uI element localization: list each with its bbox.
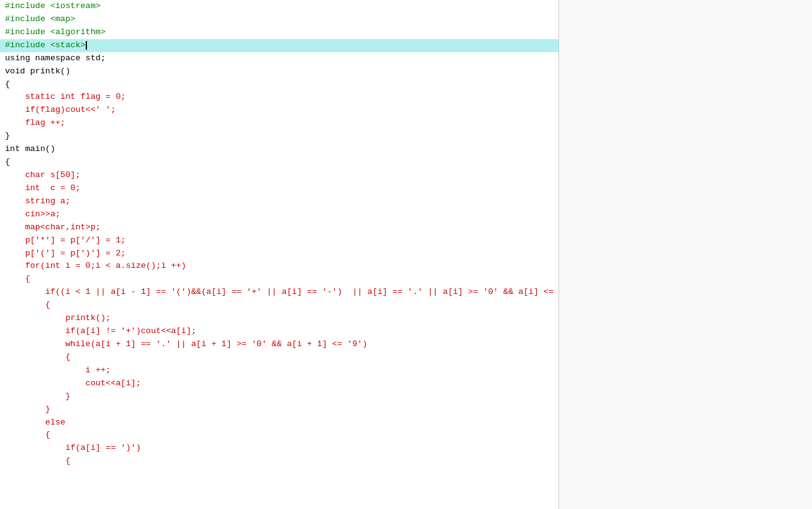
code-line-10: flag ++; xyxy=(0,117,559,130)
code-line-8: static int flag = 0; xyxy=(0,91,559,104)
code-line-13: { xyxy=(0,156,559,169)
code-line-9: if(flag)cout<<' '; xyxy=(0,104,559,117)
right-panel xyxy=(559,0,812,509)
code-line-7: { xyxy=(0,78,559,91)
code-line-22: { xyxy=(0,273,559,286)
code-line-15: int c = 0; xyxy=(0,182,559,195)
code-line-1: #include <iostream> xyxy=(0,0,559,13)
code-line-30: cout<<a[i]; xyxy=(0,377,559,390)
code-line-12: int main() xyxy=(0,143,559,156)
code-line-19: p['*'] = p['/'] = 1; xyxy=(0,234,559,247)
code-line-27: while(a[i + 1] == '.' || a[i + 1] >= '0'… xyxy=(0,338,559,351)
code-line-3: #include <algorithm> xyxy=(0,26,559,39)
code-line-28: { xyxy=(0,351,559,364)
code-line-14: char s[50]; xyxy=(0,169,559,182)
code-line-32: } xyxy=(0,403,559,416)
code-line-4: #include <stack> xyxy=(0,39,559,52)
code-line-21: for(int i = 0;i < a.size();i ++) xyxy=(0,260,559,273)
code-line-11: } xyxy=(0,130,559,143)
code-line-25: printk(); xyxy=(0,312,559,325)
code-line-2: #include <map> xyxy=(0,13,559,26)
code-line-26: if(a[i] != '+')cout<<a[i]; xyxy=(0,325,559,338)
code-area[interactable]: #include <iostream> #include <map> #incl… xyxy=(0,0,559,509)
code-line-16: string a; xyxy=(0,195,559,208)
editor-container: #include <iostream> #include <map> #incl… xyxy=(0,0,812,509)
code-line-23: if((i < 1 || a[i - 1] == '(')&&(a[i] == … xyxy=(0,286,559,299)
code-line-33: else xyxy=(0,416,559,429)
code-line-18: map<char,int>p; xyxy=(0,221,559,234)
code-line-24: { xyxy=(0,299,559,312)
code-line-35: if(a[i] == ')') xyxy=(0,442,559,455)
code-line-20: p['('] = p[')'] = 2; xyxy=(0,247,559,260)
code-line-5: using namespace std; xyxy=(0,52,559,65)
code-line-17: cin>>a; xyxy=(0,208,559,221)
code-line-6: void printk() xyxy=(0,65,559,78)
code-line-36: { xyxy=(0,455,559,468)
code-line-31: } xyxy=(0,390,559,403)
code-line-29: i ++; xyxy=(0,364,559,377)
code-line-34: { xyxy=(0,429,559,442)
